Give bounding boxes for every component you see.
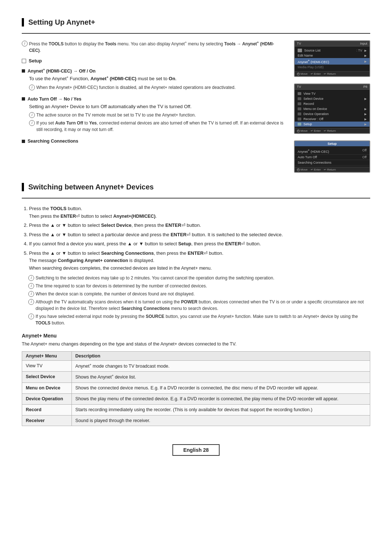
footer-text: English 28 — [183, 447, 209, 453]
screen1-label3: Anynet+ (HDMI-CEC) — [298, 59, 362, 64]
screen2-label5: Device Operation — [303, 112, 362, 116]
note3-icon: i — [28, 291, 34, 297]
anynet-table: Anynet+ Menu Description View TV Anynet+… — [22, 351, 370, 426]
table-row: View TV Anynet+ mode changes to TV broad… — [22, 360, 370, 372]
sub2-note2-text: If you set Auto Turn Off to Yes, connect… — [36, 120, 285, 133]
table-desc-deviceop: Shows the play menu of the connected dev… — [72, 394, 370, 405]
screen2-icon1 — [298, 92, 301, 95]
screen2-item5: Device Operation ▶ — [295, 111, 369, 116]
setup-text: Setup — [29, 58, 42, 64]
screen3-val1: Off — [362, 148, 367, 154]
screen1-item1: Source List : TV ▶ — [295, 48, 369, 53]
screen3-move: ⊕ Move — [297, 168, 308, 171]
sub1-title-text: Anynet+ (HDMI-CEC) → Off / On — [28, 68, 95, 74]
switching-notes: i Switching to the selected devices may … — [22, 275, 370, 326]
screen1-menu: Source List : TV ▶ Edit Name ▶ Anynet+ (… — [295, 46, 369, 71]
sub2-note1-icon: i — [29, 112, 35, 118]
screen2-item1: View TV — [295, 91, 369, 96]
table-menu-record: Record — [22, 404, 72, 415]
screen1-label4: Media Play (USB) — [298, 65, 367, 69]
note2: i The time required to scan for devices … — [28, 283, 370, 289]
table-row: Receiver Sound is played through the rec… — [22, 415, 370, 426]
screen1-label2: Edit Name — [298, 54, 362, 57]
sub1-bullet — [22, 69, 25, 73]
screen2-move: ⊕ Move — [297, 129, 308, 132]
section1-intro-row: i Press the TOOLS button to display the … — [22, 40, 285, 54]
screen2-item2: Select Device ▶ — [295, 96, 369, 101]
table-row: Device Operation Shows the play menu of … — [22, 394, 370, 405]
screen1-label1: Source List — [304, 49, 354, 52]
screen3-row2: Auto Turn Off Off — [295, 155, 369, 160]
screen3-row3: Searching Connections — [295, 160, 369, 165]
steps-list: Press the TOOLS button. Then press the E… — [29, 205, 370, 272]
screen2-arr2: ▶ — [364, 97, 367, 101]
anynet-menu-section: Anynet+ Menu The Anynet+ menu changes de… — [22, 333, 370, 426]
section1: Setting Up Anynet+ i Press the TOOLS but… — [22, 18, 370, 176]
step2: Press the ▲ or ▼ button to select Select… — [29, 222, 370, 229]
section1-divider — [22, 33, 370, 34]
note1: i Switching to the selected devices may … — [28, 275, 370, 281]
note2-icon: i — [28, 283, 34, 289]
screen2-icon4 — [298, 107, 301, 110]
table-desc-selectdevice: Shows the Anynet+ device list. — [72, 372, 370, 383]
screen2-item3: Record — [295, 101, 369, 106]
table-menu-deviceop: Device Operation — [22, 394, 72, 405]
intro-note-icon: i — [22, 41, 28, 46]
screen1-move: ⊕ Move — [297, 72, 308, 75]
screen2-arr4: ▶ — [364, 107, 367, 111]
sub2-note2-icon: i — [29, 120, 35, 126]
screen2-icon2 — [298, 97, 301, 100]
setup-label: Setup — [22, 58, 285, 64]
note3-text: When the device scan is complete, the nu… — [36, 291, 195, 297]
sub1-section: Anynet+ (HDMI-CEC) → Off / On To use the… — [22, 68, 285, 91]
table-header-row: Anynet+ Menu Description — [22, 351, 370, 360]
screen3-val2: Off — [362, 155, 367, 159]
screen2-arr6: ▶ — [364, 118, 367, 121]
screen2-icon7 — [298, 123, 301, 126]
screen1-header-left: TV — [297, 42, 301, 45]
section1-intro-text: Press the TOOLS button to display the To… — [29, 40, 285, 54]
sub2-note2: i If you set Auto Turn Off to Yes, conne… — [29, 120, 285, 133]
screen1-enter: ↵ Enter — [311, 72, 321, 75]
screen3-label3: Searching Connections — [298, 161, 331, 164]
page-footer: English 28 — [22, 441, 370, 459]
screen1: TV Input Source List : TV ▶ Edit Name ▶ — [294, 40, 370, 77]
step5: Press the ▲ or ▼ button to select Search… — [29, 250, 370, 272]
sub2-section: Auto Turn Off → No / Yes Setting an Anyn… — [22, 97, 285, 133]
screen1-header-right: Input — [360, 42, 367, 45]
sub2-note1: i The active source on the TV remote mus… — [29, 112, 285, 118]
screen1-item4: Media Play (USB) — [295, 65, 369, 70]
note5-text: If you have selected external input mode… — [36, 313, 370, 326]
sub2-title: Auto Turn Off → No / Yes — [22, 97, 285, 102]
sub1-title: Anynet+ (HDMI-CEC) → Off / On — [22, 68, 285, 74]
screen2-enter: ↵ Enter — [311, 129, 321, 132]
section2: Switching between Anynet+ Devices Press … — [22, 183, 370, 426]
setup-checkbox — [22, 59, 26, 63]
screen3-menu: Anynet+ (HDMI-CEC) Off Auto Turn Off Off… — [295, 146, 369, 167]
table-col2-header: Description — [72, 351, 370, 360]
step1: Press the TOOLS button. Then press the E… — [29, 205, 370, 220]
section1-title: Setting Up Anynet+ — [22, 18, 370, 26]
screen2-footer: ⊕ Move ↵ Enter ↩ Return — [295, 128, 369, 133]
screen2-item4: Menu on Device ▶ — [295, 106, 369, 111]
screen2-header-right: P8 — [363, 85, 367, 89]
screen2-item7: Setup ▶ — [295, 122, 369, 127]
sub3-section: Searching Connections — [22, 139, 285, 144]
move-icon3: ⊕ — [297, 168, 300, 171]
screen3-label1: Anynet+ (HDMI-CEC) — [298, 148, 329, 154]
screen1-header: TV Input — [295, 41, 369, 46]
screen2-header-left: TV — [297, 85, 301, 89]
section1-content: i Press the TOOLS button to display the … — [22, 40, 370, 176]
screen2-icon5 — [298, 112, 301, 115]
step1-sub: Then press the ENTER⏎ button to select A… — [29, 213, 370, 220]
sub2-title-text: Auto Turn Off → No / Yes — [28, 97, 81, 102]
sidebar-screens: TV Input Source List : TV ▶ Edit Name ▶ — [294, 40, 370, 176]
screen3-header: Setup — [295, 141, 369, 146]
table-desc-receiver: Sound is played through the receiver. — [72, 415, 370, 426]
step5-sub2: When searching devices completes, the co… — [29, 265, 370, 272]
note3: i When the device scan is complete, the … — [28, 291, 370, 297]
table-row: Select Device Shows the Anynet+ device l… — [22, 372, 370, 383]
screen2-icon3 — [298, 102, 301, 105]
section2-title: Switching between Anynet+ Devices — [22, 183, 370, 191]
table-menu-selectdevice: Select Device — [22, 372, 72, 383]
